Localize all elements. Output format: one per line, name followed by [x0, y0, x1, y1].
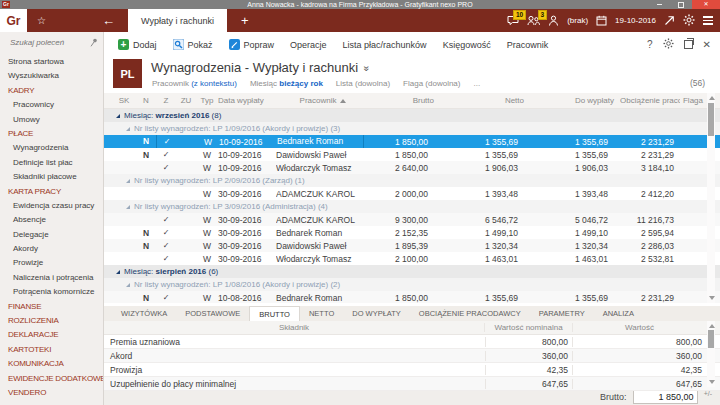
grid-row-adamczuk-karol[interactable]: ✓W30-09-2016ADAMCZUK KAROL9 300,006 546,…: [104, 213, 720, 226]
toolbar-button-dodaj[interactable]: +Dodaj: [110, 32, 165, 57]
column-header-netto[interactable]: Netto: [440, 96, 530, 105]
grid-scrollbar[interactable]: [707, 93, 715, 303]
detail-column-wartosc-nominalna[interactable]: Wartość nominalna: [485, 323, 573, 332]
sidebar-item-akordy[interactable]: Akordy: [0, 242, 103, 256]
sidebar-item-karta-pracy[interactable]: KARTA PRACY: [0, 185, 103, 199]
scroll-down-icon[interactable]: [709, 296, 715, 300]
tab-obciążenie-pracodawcy[interactable]: OBCIĄŻENIE PRACODAWCY: [410, 306, 530, 321]
sidebar-item-komunikacja[interactable]: KOMUNIKACJA: [0, 357, 103, 371]
sidebar-item-wyszukiwarka[interactable]: Wyszukiwarka: [0, 69, 103, 83]
filter-flaga[interactable]: Flaga (dowolna): [403, 79, 460, 88]
scroll-up-icon[interactable]: [709, 324, 715, 328]
column-header-n[interactable]: N: [136, 96, 156, 105]
tab-brutto[interactable]: BRUTTO: [249, 306, 300, 321]
sidebar-item-finanse[interactable]: FINANSE: [0, 300, 103, 314]
sidebar-item-płace[interactable]: PŁACE: [0, 127, 103, 141]
tab-netto[interactable]: NETTO: [300, 306, 343, 321]
search-input[interactable]: [8, 37, 90, 48]
column-header-brutto[interactable]: Brutto: [370, 96, 440, 105]
grid-row-bednarek-roman[interactable]: N✓W10-09-2016Bednarek Roman1 850,001 355…: [104, 135, 720, 148]
group-row-payroll-list[interactable]: Nr listy wynagrodzeń: LP 1/09/2016 (Akor…: [104, 122, 720, 135]
filter-pracownik[interactable]: Pracownik (z kontekstu): [152, 79, 237, 88]
sidebar-item-składniki-płacowe[interactable]: Składniki płacowe: [0, 170, 103, 184]
column-header-do-wypłaty[interactable]: Do wypłaty: [530, 96, 620, 105]
column-header-obciążenie-praco[interactable]: Obciążenie praco...: [620, 96, 680, 105]
filter-item[interactable]: ...: [473, 79, 480, 88]
detail-row-uzupełnienie-do-płacy-minimalnej[interactable]: Uzupełnienie do płacy minimalnej647,6564…: [104, 377, 720, 391]
sidebar-item-prowizje[interactable]: Prowizje: [0, 256, 103, 270]
grid-row-włodarczyk-tomasz[interactable]: ✓W30-09-2016Włodarczyk Tomasz2 100,001 4…: [104, 252, 720, 265]
detail-row-prowizja[interactable]: Prowizja42,3542,35: [104, 363, 720, 377]
sidebar-item-potrącenia-komornicze[interactable]: Potrącenia komornicze: [0, 285, 103, 299]
toolbar-button-pracownik[interactable]: Pracownik: [499, 32, 557, 57]
detail-row-akord[interactable]: Akord360,00360,00: [104, 349, 720, 363]
grid-row-adamczuk-karol[interactable]: W30-09-2016ADAMCZUK KAROL2 000,001 393,4…: [104, 187, 720, 200]
sidebar-item-delegacje[interactable]: Delegacje: [0, 228, 103, 242]
grid-row-włodarczyk-tomasz[interactable]: ✓W10-09-2016Włodarczyk Tomasz2 640,001 9…: [104, 161, 720, 174]
sidebar-item-definicje-list-płac[interactable]: Definicje list płac: [0, 156, 103, 170]
scroll-up-icon[interactable]: [709, 96, 715, 100]
toolbar-button-operacje[interactable]: Operacje: [282, 32, 335, 57]
messages-button[interactable]: 10: [507, 15, 519, 26]
toolbar-button-pokaż[interactable]: Pokaż: [165, 32, 221, 57]
tab-podstawowe[interactable]: PODSTAWOWE: [176, 306, 249, 321]
module-settings-button[interactable]: [663, 38, 674, 51]
filter-miesiąc[interactable]: Miesiąc bieżący rok: [250, 79, 323, 88]
pin-icon[interactable]: [90, 38, 98, 47]
back-arrow-icon[interactable]: ←: [102, 9, 115, 32]
sidebar-item-wynagrodzenia[interactable]: Wynagrodzenia: [0, 141, 103, 155]
new-tab-button[interactable]: +: [241, 9, 249, 32]
calendar-button[interactable]: [596, 15, 607, 26]
chevron-down-icon[interactable]: »: [361, 66, 372, 72]
sidebar-item-ewidencja-czasu-pracy[interactable]: Ewidencja czasu pracy: [0, 199, 103, 213]
sidebar-item-vendero[interactable]: VENDERO: [0, 386, 103, 400]
grid-row-bednarek-roman[interactable]: N✓W30-09-2016Bednarek Roman2 152,351 499…: [104, 226, 720, 239]
sidebar-item-rozliczenia[interactable]: ROZLICZENIA: [0, 314, 103, 328]
close-button[interactable]: ✕: [692, 0, 720, 9]
sidebar-item-pracownicy[interactable]: Pracownicy: [0, 98, 103, 112]
help-button[interactable]: ?: [647, 39, 653, 50]
tab-parametry[interactable]: PARAMETRY: [530, 306, 594, 321]
scroll-down-icon[interactable]: [709, 380, 715, 384]
detail-column-wartosc[interactable]: Wartość: [573, 323, 706, 332]
sidebar-item-naliczenia-i-potrącenia[interactable]: Naliczenia i potrącenia: [0, 271, 103, 285]
module-close-button[interactable]: ✕: [703, 39, 711, 50]
toolbar-button-lista-płac-rachunków[interactable]: Lista płac/rachunków: [335, 32, 435, 57]
tab-analiza[interactable]: ANALIZA: [594, 306, 643, 321]
detail-column-skladnik[interactable]: Składnik: [104, 323, 485, 332]
column-header-z[interactable]: Z: [156, 96, 176, 105]
filter-lista[interactable]: Lista (dowolna): [336, 79, 390, 88]
user-context-label[interactable]: (brak): [567, 16, 588, 25]
group-row-month[interactable]: Miesiąc: sierpień 2016 (6): [104, 265, 720, 278]
column-header-pracownik[interactable]: Pracownik: [276, 96, 370, 105]
group-row-month[interactable]: Miesiąc: wrzesień 2016 (8): [104, 109, 720, 122]
column-header-flaga[interactable]: Flaga: [680, 96, 706, 105]
current-date-label[interactable]: 19-10-2016: [615, 16, 656, 25]
tab-wyplaty-i-rachunki[interactable]: Wypłaty i rachunki: [128, 9, 227, 32]
favorite-star-icon[interactable]: ☆: [37, 9, 46, 32]
column-header-zu[interactable]: ZU: [176, 96, 196, 105]
toolbar-button-księgowość[interactable]: Księgowość: [435, 32, 499, 57]
sidebar-item-kadry[interactable]: KADRY: [0, 84, 103, 98]
undock-button[interactable]: [684, 40, 693, 49]
group-row-payroll-list[interactable]: Nr listy wynagrodzeń: LP 1/08/2016 (Akor…: [104, 278, 720, 291]
column-header-sk[interactable]: SK: [112, 96, 136, 105]
group-row-payroll-list[interactable]: Nr listy wynagrodzeń: LP 3/09/2016 (Admi…: [104, 200, 720, 213]
detail-scrollbar[interactable]: [707, 321, 715, 387]
group-row-payroll-list[interactable]: Nr listy wynagrodzeń: LP 2/09/2016 (Zarz…: [104, 174, 720, 187]
settings-button[interactable]: [683, 14, 695, 26]
grid-row-dawidowski-paweł[interactable]: N✓W30-09-2016Dawidowski Paweł1 895,391 3…: [104, 239, 720, 252]
toolbar-button-popraw[interactable]: Popraw: [221, 32, 283, 57]
tab-wizytówka[interactable]: WIZYTÓWKA: [112, 306, 176, 321]
column-header-typ[interactable]: Typ: [196, 96, 218, 105]
tab-do-wypłaty[interactable]: DO WYPŁATY: [343, 306, 410, 321]
sidebar-item-strona-startowa[interactable]: Strona startowa: [0, 55, 103, 69]
grid-row-bednarek-roman[interactable]: N✓W10-08-2016Bednarek Roman1 850,001 355…: [104, 291, 720, 303]
sidebar-item-absencje[interactable]: Absencje: [0, 213, 103, 227]
minimize-button[interactable]: [648, 0, 670, 9]
app-logo[interactable]: Gr: [0, 9, 27, 32]
sidebar-item-ewidencje-dodatkowe[interactable]: EWIDENCJE DODATKOWE: [0, 372, 103, 386]
column-header-data-wypłaty[interactable]: Data wypłaty: [218, 96, 276, 105]
scrollbar-thumb[interactable]: [708, 103, 714, 136]
detail-row-premia-uznaniowa[interactable]: Premia uznaniowa800,00800,00: [104, 335, 720, 349]
